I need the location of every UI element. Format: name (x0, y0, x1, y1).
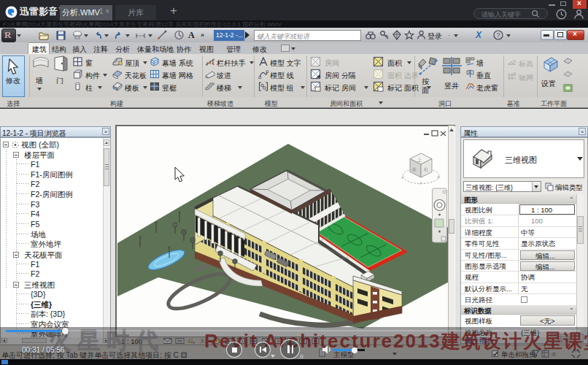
svg-text:?: ? (497, 31, 500, 39)
svg-text:右: 右 (423, 166, 428, 172)
svg-text:前: 前 (411, 167, 417, 172)
svg-text:上: 上 (417, 158, 422, 162)
